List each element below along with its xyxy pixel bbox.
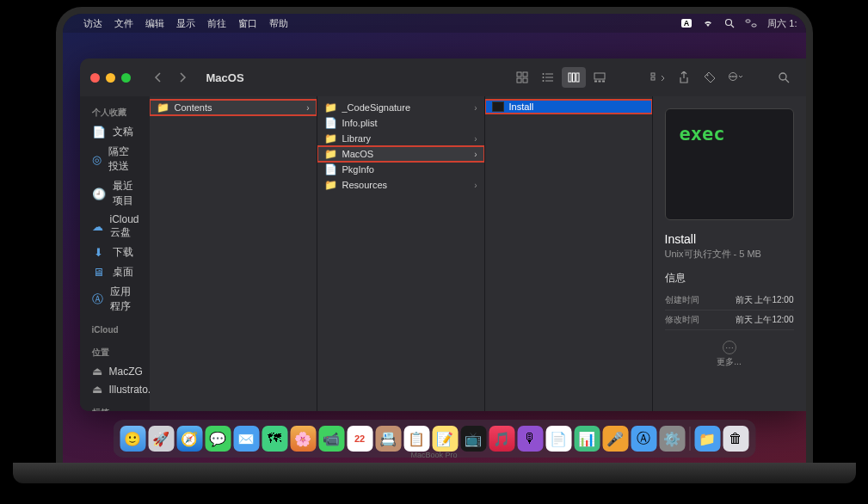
search-button[interactable] [772, 67, 796, 88]
sidebar-item-label: Illustrato... [109, 384, 150, 396]
menu-file[interactable]: 文件 [114, 17, 133, 30]
dock-launchpad[interactable]: 🚀 [148, 426, 174, 452]
dock-calendar[interactable]: 22 [347, 426, 372, 452]
preview-more[interactable]: ⋯ 更多... [665, 341, 794, 368]
close-button[interactable] [90, 73, 100, 83]
dock-trash[interactable]: 🗑 [723, 426, 748, 452]
action-button[interactable] [723, 67, 748, 88]
menu-edit[interactable]: 编辑 [145, 17, 164, 30]
sidebar-item-airdrop[interactable]: ◎隔空投送 [80, 142, 150, 176]
folder-contents[interactable]: 📁 Contents › [150, 100, 317, 115]
zoom-button[interactable] [121, 73, 131, 83]
svg-line-1 [731, 25, 734, 28]
svg-rect-16 [576, 73, 579, 82]
sidebar-item-label: 下载 [113, 245, 133, 260]
airdrop-icon: ◎ [92, 153, 102, 166]
forward-button[interactable] [172, 68, 193, 87]
chevron-right-icon: › [474, 103, 477, 113]
group-by-button[interactable] [646, 67, 670, 88]
clock[interactable]: 周六 1: [767, 17, 797, 30]
folder-codesignature[interactable]: 📁_CodeSignature› [317, 100, 484, 115]
sidebar-item-desktop[interactable]: 🖥桌面 [80, 262, 150, 282]
sidebar-item-documents[interactable]: 📄文稿 [80, 122, 150, 142]
preview-row-created: 创建时间前天 上午12:00 [665, 291, 794, 310]
dock-mail[interactable]: ✉️ [233, 426, 259, 452]
minimize-button[interactable] [106, 73, 115, 83]
view-mode-group [510, 67, 612, 88]
sidebar-item-applications[interactable]: Ⓐ应用程序 [80, 282, 150, 317]
dock-notes[interactable]: 📝 [432, 426, 458, 452]
item-label: Info.plist [342, 118, 378, 128]
dock-keynote[interactable]: 🎤 [602, 426, 628, 452]
sidebar-tags-header: 标签 [80, 403, 150, 411]
svg-rect-3 [752, 24, 756, 27]
svg-rect-15 [572, 73, 575, 82]
folder-icon: 📁 [324, 148, 337, 160]
row-key: 修改时间 [665, 314, 699, 326]
control-center-icon[interactable] [745, 19, 757, 28]
dock-messages[interactable]: 💬 [205, 426, 231, 452]
sidebar-item-disk-maczg[interactable]: ⏏MacZG⏏ [80, 362, 150, 380]
dock-reminders[interactable]: 📋 [403, 426, 429, 452]
sidebar-item-label: 应用程序 [110, 285, 138, 314]
svg-rect-19 [598, 81, 600, 83]
dock-numbers[interactable]: 📊 [574, 426, 600, 452]
titlebar: MacOS [80, 58, 806, 96]
dock-safari[interactable]: 🧭 [176, 426, 202, 452]
item-label: Library [342, 133, 372, 144]
file-icon: 📄 [324, 163, 337, 175]
svg-rect-5 [523, 72, 527, 77]
document-icon: 📄 [92, 126, 106, 138]
svg-point-25 [732, 76, 734, 77]
back-button[interactable] [148, 68, 169, 87]
menubar: 访达 文件 编辑 显示 前往 窗口 帮助 A [63, 14, 806, 33]
dock-photos[interactable]: 🌸 [290, 426, 316, 452]
svg-rect-7 [523, 78, 527, 83]
dock-maps[interactable]: 🗺 [262, 426, 287, 452]
file-install[interactable]: Install [485, 100, 652, 114]
dock-music[interactable]: 🎵 [489, 426, 514, 452]
column-view-button[interactable] [562, 67, 586, 88]
icon-view-button[interactable] [510, 67, 534, 88]
sidebar-item-icloud[interactable]: ☁iCloud 云盘 [80, 211, 150, 243]
dock-podcasts[interactable]: 🎙 [517, 426, 543, 452]
app-menu[interactable]: 访达 [83, 17, 102, 30]
dock-downloads-folder[interactable]: 📁 [694, 426, 720, 452]
menu-go[interactable]: 前往 [207, 17, 226, 30]
dock-finder[interactable]: 🙂 [120, 426, 145, 452]
apps-icon: Ⓐ [92, 292, 103, 307]
dock-appstore[interactable]: Ⓐ [631, 426, 656, 452]
menu-view[interactable]: 显示 [176, 17, 195, 30]
sidebar-item-disk-illustrator[interactable]: ⏏Illustrato...⏏ [80, 380, 150, 398]
dock-settings[interactable]: ⚙️ [659, 426, 685, 452]
sidebar-item-downloads[interactable]: ⬇下载 [80, 243, 150, 262]
folder-resources[interactable]: 📁Resources› [317, 177, 484, 193]
list-view-button[interactable] [536, 67, 560, 88]
svg-rect-17 [594, 73, 605, 79]
dock-facetime[interactable]: 📹 [318, 426, 344, 452]
tags-button[interactable] [698, 67, 722, 88]
wifi-icon[interactable] [702, 19, 714, 28]
svg-rect-21 [651, 73, 655, 76]
menu-help[interactable]: 帮助 [269, 17, 288, 30]
sidebar-item-recents[interactable]: 🕘最近项目 [80, 176, 150, 211]
sidebar-item-label: 文稿 [113, 125, 133, 139]
menu-window[interactable]: 窗口 [238, 17, 257, 30]
dock-pages[interactable]: 📄 [545, 426, 571, 452]
file-pkginfo[interactable]: 📄PkgInfo [317, 162, 484, 177]
gallery-view-button[interactable] [588, 67, 612, 88]
file-info-plist[interactable]: 📄Info.plist [317, 115, 484, 131]
spotlight-icon[interactable] [724, 18, 735, 28]
folder-library[interactable]: 📁Library› [317, 131, 484, 146]
input-source-icon[interactable]: A [681, 19, 693, 28]
dock-tv[interactable]: 📺 [460, 426, 486, 452]
chevron-right-icon: › [474, 181, 477, 190]
dock-separator [689, 427, 690, 451]
share-button[interactable] [672, 67, 696, 88]
column-3: Install [485, 96, 653, 411]
dock-contacts[interactable]: 📇 [375, 426, 401, 452]
download-icon: ⬇ [92, 246, 106, 259]
folder-macos[interactable]: 📁MacOS› [317, 146, 484, 162]
item-label: Contents [175, 102, 212, 113]
svg-rect-4 [517, 72, 521, 77]
